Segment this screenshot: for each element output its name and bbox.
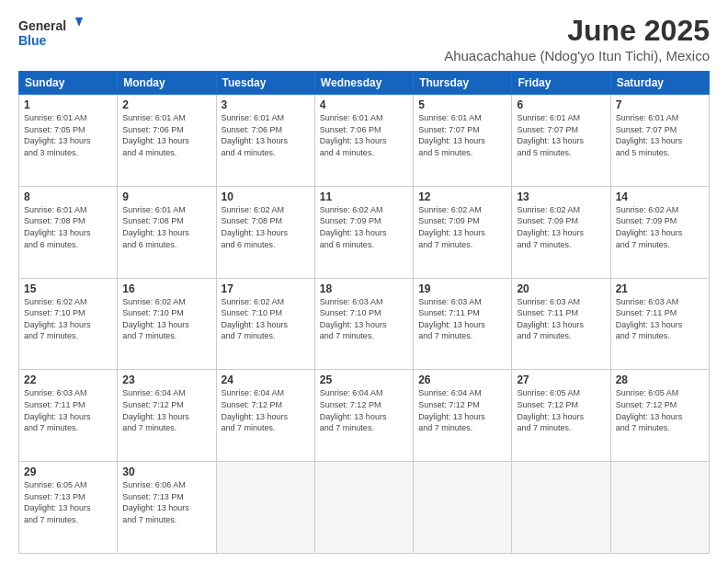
calendar-cell: 15 Sunrise: 6:02 AM Sunset: 7:10 PM Dayl…: [19, 278, 118, 370]
calendar-cell: 6 Sunrise: 6:01 AM Sunset: 7:07 PM Dayli…: [512, 95, 610, 187]
day-number: 19: [418, 282, 506, 295]
day-number: 15: [24, 282, 112, 295]
day-number: 23: [122, 373, 210, 386]
col-header-tuesday: Tuesday: [216, 72, 314, 95]
calendar-cell: 8 Sunrise: 6:01 AM Sunset: 7:08 PM Dayli…: [19, 186, 118, 278]
calendar-cell: 17 Sunrise: 6:02 AM Sunset: 7:10 PM Dayl…: [216, 278, 314, 370]
day-info: Sunrise: 6:04 AM Sunset: 7:12 PM Dayligh…: [320, 387, 408, 433]
calendar-cell: 12 Sunrise: 6:02 AM Sunset: 7:09 PM Dayl…: [414, 186, 512, 278]
day-number: 26: [418, 373, 506, 386]
logo-svg: General Blue: [18, 14, 83, 52]
day-info: Sunrise: 6:01 AM Sunset: 7:08 PM Dayligh…: [24, 204, 112, 250]
day-info: Sunrise: 6:03 AM Sunset: 7:11 PM Dayligh…: [616, 296, 704, 342]
day-info: Sunrise: 6:04 AM Sunset: 7:12 PM Dayligh…: [418, 387, 506, 433]
calendar-cell: 23 Sunrise: 6:04 AM Sunset: 7:12 PM Dayl…: [118, 370, 216, 462]
day-info: Sunrise: 6:03 AM Sunset: 7:11 PM Dayligh…: [24, 387, 112, 433]
day-info: Sunrise: 6:02 AM Sunset: 7:10 PM Dayligh…: [122, 296, 210, 342]
day-number: 6: [517, 98, 605, 111]
day-number: 20: [517, 282, 605, 295]
calendar-cell: 16 Sunrise: 6:02 AM Sunset: 7:10 PM Dayl…: [118, 278, 216, 370]
day-info: Sunrise: 6:02 AM Sunset: 7:09 PM Dayligh…: [418, 204, 506, 250]
day-number: 13: [517, 190, 605, 203]
calendar-cell: 11 Sunrise: 6:02 AM Sunset: 7:09 PM Dayl…: [314, 186, 413, 278]
day-info: Sunrise: 6:02 AM Sunset: 7:10 PM Dayligh…: [24, 296, 112, 342]
day-info: Sunrise: 6:01 AM Sunset: 7:06 PM Dayligh…: [320, 112, 408, 158]
calendar-cell: 26 Sunrise: 6:04 AM Sunset: 7:12 PM Dayl…: [414, 370, 512, 462]
col-header-saturday: Saturday: [610, 72, 709, 95]
calendar-cell: [414, 462, 512, 554]
day-number: 27: [517, 373, 605, 386]
calendar-cell: 28 Sunrise: 6:05 AM Sunset: 7:12 PM Dayl…: [610, 370, 709, 462]
day-number: 24: [222, 373, 310, 386]
col-header-sunday: Sunday: [19, 72, 118, 95]
col-header-friday: Friday: [512, 72, 610, 95]
day-number: 30: [122, 465, 210, 478]
day-info: Sunrise: 6:01 AM Sunset: 7:05 PM Dayligh…: [24, 112, 112, 158]
svg-text:Blue: Blue: [18, 33, 47, 48]
day-info: Sunrise: 6:01 AM Sunset: 7:06 PM Dayligh…: [222, 112, 310, 158]
day-number: 10: [222, 190, 310, 203]
day-number: 5: [418, 98, 506, 111]
calendar-cell: 21 Sunrise: 6:03 AM Sunset: 7:11 PM Dayl…: [610, 278, 709, 370]
month-title: June 2025: [444, 14, 710, 48]
day-number: 2: [122, 98, 210, 111]
day-number: 1: [24, 98, 112, 111]
logo: General Blue: [18, 14, 83, 52]
calendar-cell: 1 Sunrise: 6:01 AM Sunset: 7:05 PM Dayli…: [19, 95, 118, 187]
calendar-cell: [610, 462, 709, 554]
day-info: Sunrise: 6:01 AM Sunset: 7:07 PM Dayligh…: [517, 112, 605, 158]
day-info: Sunrise: 6:03 AM Sunset: 7:11 PM Dayligh…: [517, 296, 605, 342]
calendar-cell: 2 Sunrise: 6:01 AM Sunset: 7:06 PM Dayli…: [118, 95, 216, 187]
day-number: 16: [122, 282, 210, 295]
day-number: 9: [122, 190, 210, 203]
page: General Blue June 2025 Ahuacachahue (Ndo…: [0, 0, 728, 563]
day-number: 8: [24, 190, 112, 203]
calendar-cell: 10 Sunrise: 6:02 AM Sunset: 7:08 PM Dayl…: [216, 186, 314, 278]
calendar-cell: 24 Sunrise: 6:04 AM Sunset: 7:12 PM Dayl…: [216, 370, 314, 462]
day-info: Sunrise: 6:03 AM Sunset: 7:11 PM Dayligh…: [418, 296, 506, 342]
calendar-cell: 9 Sunrise: 6:01 AM Sunset: 7:08 PM Dayli…: [118, 186, 216, 278]
calendar-cell: 14 Sunrise: 6:02 AM Sunset: 7:09 PM Dayl…: [610, 186, 709, 278]
calendar-table: SundayMondayTuesdayWednesdayThursdayFrid…: [18, 71, 710, 554]
calendar-cell: 25 Sunrise: 6:04 AM Sunset: 7:12 PM Dayl…: [314, 370, 413, 462]
day-number: 25: [320, 373, 408, 386]
day-number: 11: [320, 190, 408, 203]
day-info: Sunrise: 6:01 AM Sunset: 7:08 PM Dayligh…: [122, 204, 210, 250]
day-number: 14: [616, 190, 704, 203]
calendar-cell: 20 Sunrise: 6:03 AM Sunset: 7:11 PM Dayl…: [512, 278, 610, 370]
col-header-monday: Monday: [118, 72, 216, 95]
calendar-cell: [512, 462, 610, 554]
day-info: Sunrise: 6:05 AM Sunset: 7:12 PM Dayligh…: [517, 387, 605, 433]
day-number: 7: [616, 98, 704, 111]
day-number: 4: [320, 98, 408, 111]
day-info: Sunrise: 6:01 AM Sunset: 7:07 PM Dayligh…: [616, 112, 704, 158]
calendar-cell: 18 Sunrise: 6:03 AM Sunset: 7:10 PM Dayl…: [314, 278, 413, 370]
svg-text:General: General: [18, 18, 66, 33]
calendar-cell: 19 Sunrise: 6:03 AM Sunset: 7:11 PM Dayl…: [414, 278, 512, 370]
day-number: 22: [24, 373, 112, 386]
calendar-cell: 4 Sunrise: 6:01 AM Sunset: 7:06 PM Dayli…: [314, 95, 413, 187]
day-number: 12: [418, 190, 506, 203]
day-number: 28: [616, 373, 704, 386]
svg-marker-2: [75, 17, 83, 27]
day-info: Sunrise: 6:05 AM Sunset: 7:12 PM Dayligh…: [616, 387, 704, 433]
day-info: Sunrise: 6:01 AM Sunset: 7:07 PM Dayligh…: [418, 112, 506, 158]
day-number: 18: [320, 282, 408, 295]
header: General Blue June 2025 Ahuacachahue (Ndo…: [18, 14, 710, 63]
calendar-cell: [314, 462, 413, 554]
day-info: Sunrise: 6:06 AM Sunset: 7:13 PM Dayligh…: [122, 479, 210, 525]
day-info: Sunrise: 6:02 AM Sunset: 7:09 PM Dayligh…: [320, 204, 408, 250]
day-info: Sunrise: 6:01 AM Sunset: 7:06 PM Dayligh…: [122, 112, 210, 158]
day-info: Sunrise: 6:02 AM Sunset: 7:09 PM Dayligh…: [517, 204, 605, 250]
calendar-cell: 5 Sunrise: 6:01 AM Sunset: 7:07 PM Dayli…: [414, 95, 512, 187]
day-info: Sunrise: 6:02 AM Sunset: 7:09 PM Dayligh…: [616, 204, 704, 250]
calendar-cell: 22 Sunrise: 6:03 AM Sunset: 7:11 PM Dayl…: [19, 370, 118, 462]
calendar-cell: 13 Sunrise: 6:02 AM Sunset: 7:09 PM Dayl…: [512, 186, 610, 278]
calendar-cell: [216, 462, 314, 554]
day-info: Sunrise: 6:02 AM Sunset: 7:08 PM Dayligh…: [222, 204, 310, 250]
day-number: 17: [222, 282, 310, 295]
day-info: Sunrise: 6:04 AM Sunset: 7:12 PM Dayligh…: [222, 387, 310, 433]
calendar-cell: 7 Sunrise: 6:01 AM Sunset: 7:07 PM Dayli…: [610, 95, 709, 187]
calendar-cell: 29 Sunrise: 6:05 AM Sunset: 7:13 PM Dayl…: [19, 462, 118, 554]
title-block: June 2025 Ahuacachahue (Ndog'yo Itun Tic…: [444, 14, 710, 63]
